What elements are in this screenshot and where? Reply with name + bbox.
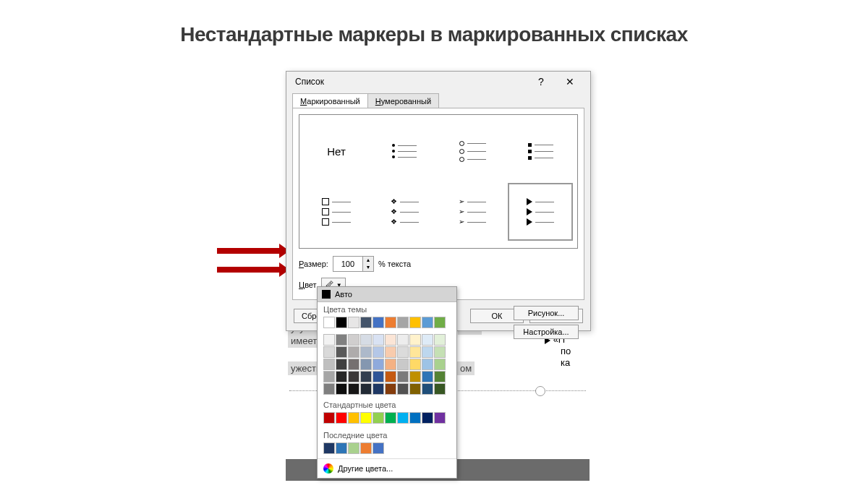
customize-button[interactable]: Настройка... bbox=[514, 325, 579, 339]
color-swatch[interactable] bbox=[397, 334, 409, 346]
color-swatch[interactable] bbox=[323, 346, 335, 358]
color-swatch[interactable] bbox=[360, 371, 372, 382]
color-swatch[interactable] bbox=[348, 317, 359, 328]
color-swatch[interactable] bbox=[422, 412, 433, 424]
color-swatch[interactable] bbox=[409, 346, 421, 358]
color-swatch[interactable] bbox=[336, 442, 347, 454]
color-swatch[interactable] bbox=[397, 346, 409, 358]
color-swatch[interactable] bbox=[409, 371, 421, 382]
tab-numbered[interactable]: Нумерованный bbox=[367, 93, 439, 108]
color-swatch[interactable] bbox=[434, 383, 446, 395]
color-swatch[interactable] bbox=[397, 371, 409, 382]
color-swatch[interactable] bbox=[434, 346, 446, 358]
color-swatch[interactable] bbox=[348, 371, 359, 382]
color-swatch[interactable] bbox=[348, 346, 359, 358]
color-swatch[interactable] bbox=[373, 412, 384, 424]
size-input[interactable] bbox=[333, 257, 362, 271]
color-swatch[interactable] bbox=[385, 346, 396, 358]
bullet-option-4diamond[interactable]: ❖ ❖ ❖ bbox=[372, 183, 437, 241]
color-swatch[interactable] bbox=[385, 412, 396, 424]
size-spinner[interactable]: ▲▼ bbox=[333, 256, 374, 272]
close-button[interactable]: ✕ bbox=[556, 76, 584, 87]
color-swatch[interactable] bbox=[323, 359, 335, 370]
color-swatch[interactable] bbox=[434, 412, 446, 424]
color-swatch[interactable] bbox=[373, 442, 384, 454]
color-swatch[interactable] bbox=[360, 442, 372, 454]
color-swatch[interactable] bbox=[409, 317, 421, 328]
color-swatch[interactable] bbox=[409, 412, 421, 424]
color-swatch[interactable] bbox=[323, 412, 335, 424]
color-swatch[interactable] bbox=[323, 317, 335, 328]
bullet-gallery: Нет ❖ bbox=[299, 114, 578, 249]
color-swatch[interactable] bbox=[373, 334, 384, 346]
bullet-option-arrow-outline[interactable]: ➢ ➢ ➢ bbox=[440, 183, 505, 241]
bullet-option-none[interactable]: Нет bbox=[304, 122, 369, 180]
color-swatch[interactable] bbox=[336, 334, 347, 346]
color-swatch[interactable] bbox=[397, 317, 409, 328]
color-swatch[interactable] bbox=[348, 383, 359, 395]
color-swatch[interactable] bbox=[373, 371, 384, 382]
picture-button[interactable]: Рисунок... bbox=[514, 306, 579, 320]
spin-down[interactable]: ▼ bbox=[363, 264, 373, 271]
color-swatch[interactable] bbox=[360, 383, 372, 395]
more-colors[interactable]: Другие цвета... bbox=[318, 458, 456, 478]
color-swatch[interactable] bbox=[422, 371, 433, 382]
color-swatch[interactable] bbox=[422, 317, 433, 328]
bullet-option-triangle[interactable] bbox=[508, 183, 573, 241]
color-swatch[interactable] bbox=[348, 442, 359, 454]
color-swatch[interactable] bbox=[348, 412, 359, 424]
bullet-option-dot[interactable] bbox=[372, 122, 437, 180]
color-swatch[interactable] bbox=[373, 317, 384, 328]
color-swatch[interactable] bbox=[348, 334, 359, 346]
color-swatch[interactable] bbox=[323, 334, 335, 346]
color-auto[interactable]: Авто bbox=[318, 287, 456, 302]
color-swatch[interactable] bbox=[360, 317, 372, 328]
color-swatch[interactable] bbox=[360, 359, 372, 370]
color-swatch[interactable] bbox=[336, 359, 347, 370]
color-swatch[interactable] bbox=[422, 346, 433, 358]
color-swatch[interactable] bbox=[373, 359, 384, 370]
color-swatch[interactable] bbox=[422, 359, 433, 370]
color-swatch[interactable] bbox=[385, 383, 396, 395]
color-swatch[interactable] bbox=[323, 371, 335, 382]
color-swatch[interactable] bbox=[336, 346, 347, 358]
color-swatch[interactable] bbox=[336, 317, 347, 328]
color-swatch[interactable] bbox=[434, 334, 446, 346]
spin-up[interactable]: ▲ bbox=[363, 257, 373, 264]
theme-colors-row bbox=[318, 315, 456, 333]
color-swatch[interactable] bbox=[385, 334, 396, 346]
color-swatch[interactable] bbox=[323, 442, 335, 454]
color-swatch[interactable] bbox=[385, 371, 396, 382]
color-swatch[interactable] bbox=[422, 383, 433, 395]
color-swatch[interactable] bbox=[409, 334, 421, 346]
color-swatch[interactable] bbox=[360, 412, 372, 424]
help-button[interactable]: ? bbox=[527, 76, 556, 87]
color-swatch[interactable] bbox=[409, 359, 421, 370]
color-swatch[interactable] bbox=[434, 317, 446, 328]
color-swatch[interactable] bbox=[397, 359, 409, 370]
color-swatch[interactable] bbox=[348, 359, 359, 370]
color-swatch[interactable] bbox=[360, 346, 372, 358]
tab-bulleted[interactable]: ММаркированныйаркированный bbox=[292, 93, 368, 108]
color-swatch[interactable] bbox=[373, 383, 384, 395]
color-swatch[interactable] bbox=[373, 346, 384, 358]
theme-colors-header: Цвета темы bbox=[318, 302, 456, 315]
bullet-option-square[interactable] bbox=[508, 122, 573, 180]
color-swatch[interactable] bbox=[422, 334, 433, 346]
color-swatch[interactable] bbox=[434, 359, 446, 370]
color-swatch[interactable] bbox=[336, 412, 347, 424]
color-swatch[interactable] bbox=[385, 359, 396, 370]
color-swatch[interactable] bbox=[336, 371, 347, 382]
placeholder-handle bbox=[535, 386, 545, 396]
color-swatch[interactable] bbox=[409, 383, 421, 395]
color-swatch[interactable] bbox=[360, 334, 372, 346]
bg-text: ка bbox=[561, 357, 570, 368]
bullet-option-hollow-square[interactable] bbox=[304, 183, 369, 241]
color-swatch[interactable] bbox=[434, 371, 446, 382]
color-swatch[interactable] bbox=[336, 383, 347, 395]
color-swatch[interactable] bbox=[385, 317, 396, 328]
color-swatch[interactable] bbox=[397, 412, 409, 424]
color-swatch[interactable] bbox=[323, 383, 335, 395]
color-swatch[interactable] bbox=[397, 383, 409, 395]
bullet-option-circle[interactable] bbox=[440, 122, 505, 180]
